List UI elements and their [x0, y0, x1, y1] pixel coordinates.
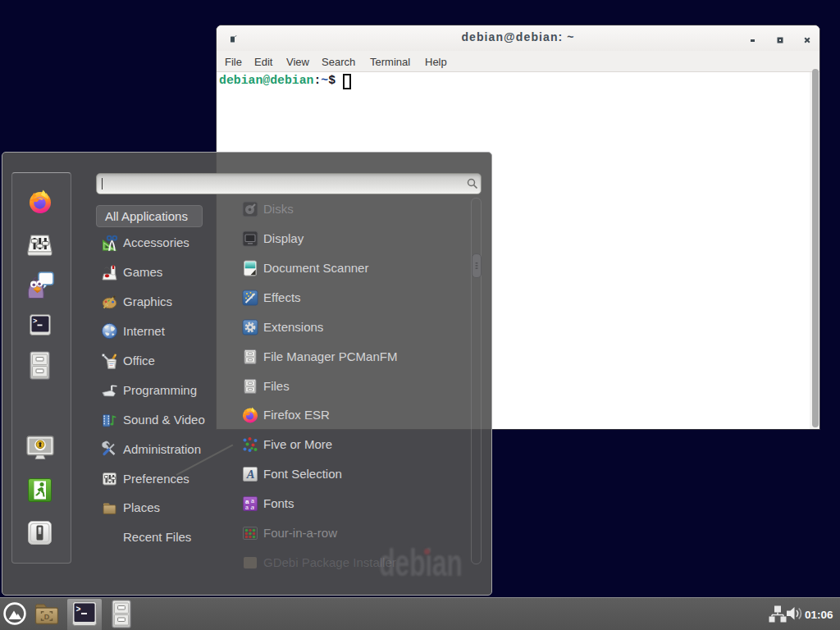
svg-text:>: > — [76, 605, 81, 614]
svg-text:D: D — [44, 613, 50, 621]
svg-text:a: a — [245, 504, 249, 510]
svg-text:>: > — [33, 317, 37, 326]
svg-text:a: a — [251, 504, 255, 511]
svg-text:A: A — [246, 468, 255, 481]
